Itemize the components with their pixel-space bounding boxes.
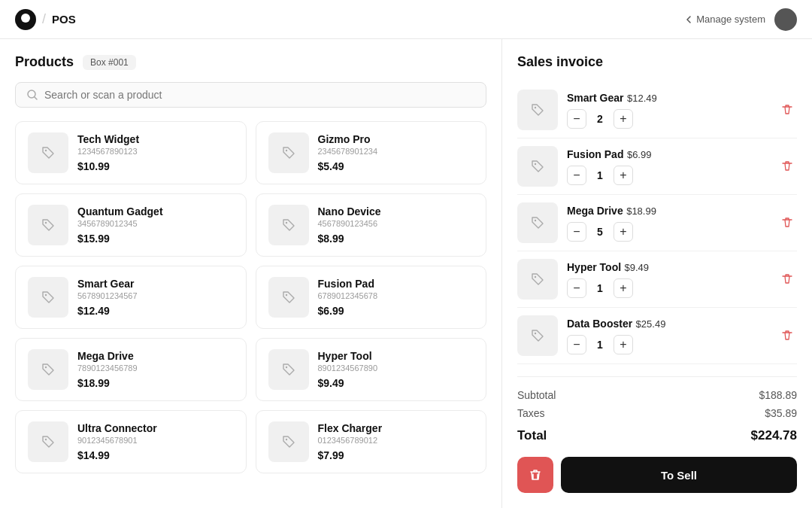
product-sku: 8901234567890 (318, 364, 378, 373)
qty-increment-button[interactable]: + (614, 335, 633, 354)
invoice-item-price: $25.49 (636, 318, 666, 330)
invoice-item: Fusion Pad $6.99 − 1 + (517, 138, 797, 195)
trash-icon (781, 217, 793, 229)
subtotal-value: $188.89 (759, 389, 797, 401)
product-name: Flex Charger (318, 422, 383, 434)
svg-point-11 (535, 107, 536, 108)
invoice-item-price: $6.99 (627, 149, 652, 160)
delete-item-button[interactable] (777, 157, 797, 176)
invoice-item-name: Mega Drive (567, 205, 623, 217)
logo-icon (15, 9, 36, 30)
product-sku: 0123456789012 (318, 436, 383, 445)
search-bar[interactable] (15, 82, 486, 108)
subtotal-label: Subtotal (517, 389, 556, 401)
delete-item-button[interactable] (777, 100, 797, 120)
svg-point-14 (535, 276, 536, 278)
main-layout: Products Box #001 Tech Widget 1234567890… (0, 39, 812, 508)
user-avatar[interactable] (774, 8, 797, 31)
qty-increment-button[interactable]: + (614, 222, 633, 242)
invoice-items-list: Smart Gear $12.49 − 2 + Fusion Pad $6.99… (517, 82, 797, 367)
invoice-item: Mega Drive $18.99 − 5 + (517, 195, 797, 251)
products-title: Products (15, 54, 74, 70)
product-price: $14.99 (77, 449, 157, 461)
qty-increment-button[interactable]: + (614, 109, 633, 129)
product-card[interactable]: Hyper Tool 8901234567890 $9.49 (256, 338, 487, 401)
product-name: Hyper Tool (318, 350, 378, 362)
qty-decrement-button[interactable]: − (567, 166, 586, 185)
invoice-item-info: Mega Drive $18.99 − 5 + (567, 204, 768, 242)
qty-value: 2 (592, 113, 607, 125)
product-card[interactable]: Gizmo Pro 2345678901234 $5.49 (256, 121, 487, 184)
product-card[interactable]: Nano Device 4567890123456 $8.99 (256, 193, 487, 257)
total-value: $224.78 (751, 428, 797, 443)
qty-decrement-button[interactable]: − (567, 278, 586, 298)
invoice-item-thumbnail (517, 202, 558, 243)
invoice-item: Data Booster $25.49 − 1 + (517, 308, 797, 364)
invoice-item-price: $18.99 (626, 205, 656, 217)
trash-icon (781, 273, 793, 285)
svg-point-8 (285, 367, 286, 368)
svg-point-7 (45, 367, 47, 368)
search-icon (26, 89, 38, 101)
total-label: Total (517, 428, 547, 443)
svg-point-1 (45, 150, 47, 151)
clear-invoice-button[interactable] (517, 457, 553, 493)
qty-increment-button[interactable]: + (614, 166, 633, 185)
qty-decrement-button[interactable]: − (567, 109, 586, 129)
delete-item-button[interactable] (777, 269, 797, 289)
product-name: Gizmo Pro (318, 133, 378, 145)
invoice-item: Hyper Tool $9.49 − 1 + (517, 251, 797, 308)
product-price: $9.49 (318, 377, 378, 389)
product-sku: 5678901234567 (77, 291, 138, 300)
product-name: Tech Widget (77, 133, 139, 145)
product-card[interactable]: Quantum Gadget 3456789012345 $15.99 (15, 193, 247, 257)
topbar: / POS Manage system (0, 0, 812, 39)
product-price: $15.99 (77, 233, 163, 245)
search-input[interactable] (44, 89, 475, 101)
qty-value: 1 (592, 339, 607, 351)
qty-decrement-button[interactable]: − (567, 335, 586, 354)
product-thumbnail (268, 205, 309, 245)
product-card[interactable]: Flex Charger 0123456789012 $7.99 (256, 410, 487, 473)
invoice-item-price: $12.49 (627, 93, 657, 104)
product-thumbnail (268, 132, 309, 173)
product-info: Ultra Connector 9012345678901 $14.99 (77, 422, 157, 461)
svg-point-10 (285, 439, 286, 440)
chevron-left-icon (684, 15, 693, 24)
product-info: Mega Drive 7890123456789 $18.99 (77, 350, 138, 389)
svg-point-5 (45, 294, 47, 296)
product-thumbnail (268, 421, 309, 462)
svg-point-15 (535, 333, 536, 334)
products-grid: Tech Widget 1234567890123 $10.99 Gizmo P… (15, 121, 486, 473)
products-header: Products Box #001 (15, 54, 486, 70)
invoice-item-info: Hyper Tool $9.49 − 1 + (567, 260, 768, 298)
svg-point-12 (535, 163, 536, 165)
invoice-actions: To Sell (517, 457, 797, 493)
invoice-item-name: Data Booster (567, 318, 632, 330)
topbar-right: Manage system (684, 8, 797, 31)
product-thumbnail (28, 421, 68, 462)
invoice-item-info: Data Booster $25.49 − 1 + (567, 317, 768, 354)
invoice-item-thumbnail (517, 259, 558, 300)
product-info: Quantum Gadget 3456789012345 $15.99 (77, 205, 163, 245)
product-price: $12.49 (77, 305, 138, 317)
product-card[interactable]: Smart Gear 5678901234567 $12.49 (15, 266, 247, 329)
qty-decrement-button[interactable]: − (567, 222, 586, 242)
qty-increment-button[interactable]: + (614, 278, 633, 298)
product-name: Smart Gear (77, 278, 138, 290)
taxes-label: Taxes (517, 407, 545, 419)
product-name: Nano Device (318, 205, 381, 217)
product-card[interactable]: Tech Widget 1234567890123 $10.99 (15, 121, 247, 184)
product-card[interactable]: Ultra Connector 9012345678901 $14.99 (15, 410, 247, 473)
sell-button[interactable]: To Sell (561, 457, 797, 493)
svg-point-3 (45, 222, 47, 224)
product-card[interactable]: Mega Drive 7890123456789 $18.99 (15, 338, 247, 401)
qty-control: − 1 + (567, 166, 768, 185)
product-info: Hyper Tool 8901234567890 $9.49 (318, 350, 378, 389)
product-card[interactable]: Fusion Pad 6789012345678 $6.99 (256, 266, 487, 329)
product-sku: 9012345678901 (77, 436, 157, 445)
qty-control: − 5 + (567, 222, 768, 242)
delete-item-button[interactable] (777, 213, 797, 233)
manage-system-button[interactable]: Manage system (684, 14, 765, 25)
delete-item-button[interactable] (777, 326, 797, 345)
